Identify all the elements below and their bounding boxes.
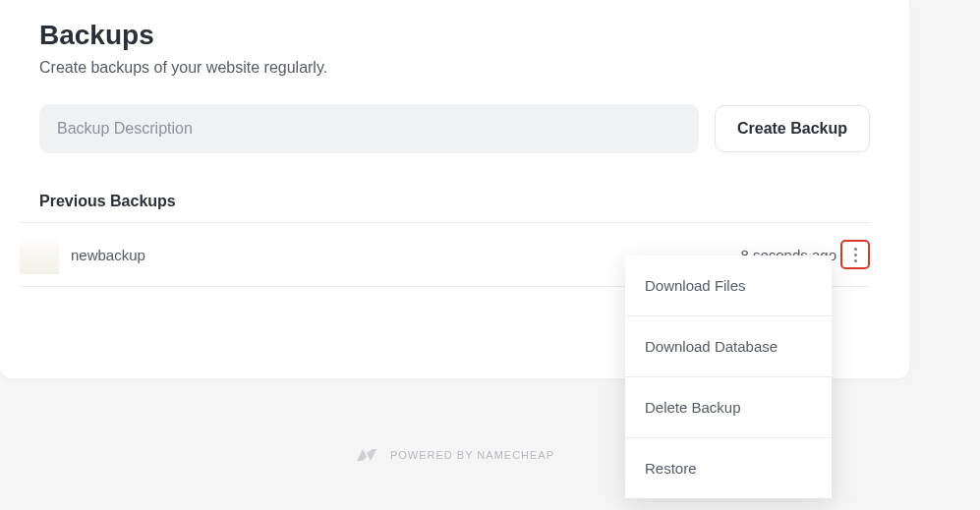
page-subtitle: Create backups of your website regularly…: [39, 59, 870, 77]
menu-download-database[interactable]: Download Database: [625, 316, 832, 377]
backup-actions-menu: Download Files Download Database Delete …: [625, 255, 832, 498]
menu-restore[interactable]: Restore: [625, 438, 832, 498]
backup-description-input[interactable]: [39, 104, 699, 153]
menu-download-files[interactable]: Download Files: [625, 255, 832, 316]
namecheap-logo-icon: [355, 447, 378, 463]
menu-delete-backup[interactable]: Delete Backup: [625, 377, 832, 438]
backup-thumbnail: [20, 235, 59, 274]
page-title: Backups: [39, 20, 870, 51]
create-backup-row: Create Backup: [39, 104, 870, 153]
previous-backups-heading: Previous Backups: [39, 193, 870, 210]
footer-text: POWERED BY NAMECHEAP: [390, 449, 554, 461]
create-backup-button[interactable]: Create Backup: [715, 105, 870, 152]
backup-actions-button[interactable]: [840, 240, 870, 269]
